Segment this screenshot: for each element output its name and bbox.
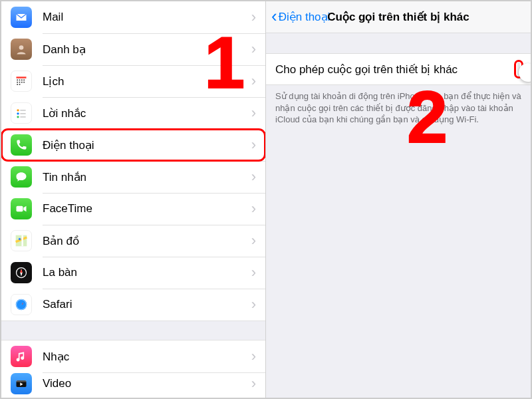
svg-point-19 [19,238,21,240]
row-label: Nhạc [43,350,251,364]
row-label: Điện thoại [43,138,251,152]
phone-icon [11,134,32,156]
settings-row-video[interactable]: Video › [1,372,265,395]
facetime-icon [11,198,32,219]
allow-calls-cell: Cho phép cuộc gọi trên thiết bị khác [266,53,531,85]
row-label: FaceTime [43,202,251,215]
video-icon [11,373,32,394]
chevron-right-icon: › [251,296,256,313]
settings-row-reminders[interactable]: Lời nhắc › [1,97,265,129]
section-divider [1,321,265,340]
svg-rect-2 [17,80,18,81]
back-button[interactable]: ‹ Điện thoại [271,9,330,26]
svg-rect-15 [20,113,25,114]
svg-rect-4 [21,80,23,81]
row-label: Video [43,377,251,390]
svg-rect-5 [23,80,25,81]
mail-icon [11,7,32,28]
settings-list: Mail › Danh bạ › Lịch › [1,1,265,395]
svg-rect-17 [20,116,25,118]
settings-row-safari[interactable]: Safari › [1,289,265,321]
chevron-right-icon: › [251,375,256,392]
settings-row-maps[interactable]: Bản đồ › [1,225,265,257]
settings-row-facetime[interactable]: FaceTime › [1,193,265,225]
svg-rect-11 [19,84,21,85]
allow-calls-toggle[interactable] [517,62,520,76]
settings-row-music[interactable]: Nhạc › [1,340,265,372]
settings-row-compass[interactable]: La bàn › [1,257,265,289]
row-label: Bản đồ [43,234,251,248]
svg-point-0 [19,45,24,50]
row-label: Danh bạ [43,43,251,57]
svg-point-12 [17,109,19,111]
chevron-right-icon: › [251,232,256,249]
back-label: Điện thoại [279,10,331,24]
settings-row-phone[interactable]: Điện thoại › [1,129,265,161]
chevron-right-icon: › [251,168,256,186]
svg-rect-18 [17,206,23,211]
svg-point-16 [17,116,19,118]
svg-rect-8 [21,82,23,83]
settings-row-contacts[interactable]: Danh bạ › [1,33,265,65]
toggle-highlight [516,62,521,76]
chevron-right-icon: › [251,136,256,154]
svg-rect-3 [19,80,21,81]
chevron-right-icon: › [251,72,256,90]
svg-rect-9 [23,82,25,83]
row-label: Lịch [43,74,251,88]
maps-icon [11,230,32,251]
svg-rect-7 [19,82,21,83]
svg-rect-24 [17,380,27,382]
music-icon [11,346,32,367]
group-footer-text: Sử dụng tài khoản di động trên iPhone củ… [266,85,531,126]
row-label: Mail [43,11,251,24]
detail-pane: ‹ Điện thoại Cuộc gọi trên thiết bị khác… [266,1,531,398]
svg-point-21 [16,299,27,311]
svg-rect-13 [20,110,25,111]
svg-rect-6 [17,82,18,83]
chevron-left-icon: ‹ [271,7,277,25]
calendar-icon [11,70,32,92]
settings-row-calendar[interactable]: Lịch › [1,65,265,97]
chevron-right-icon: › [251,348,256,365]
settings-row-mail[interactable]: Mail › [1,1,265,33]
row-label: Lời nhắc [43,106,251,120]
row-label: Safari [43,298,251,311]
chevron-right-icon: › [251,200,256,217]
settings-group: Cho phép cuộc gọi trên thiết bị khác Sử … [266,53,531,126]
chevron-right-icon: › [251,104,256,122]
compass-icon [11,262,32,283]
settings-list-pane: Mail › Danh bạ › Lịch › [1,1,266,398]
messages-icon [11,166,32,188]
row-label: Tin nhắn [43,170,251,184]
nav-bar: ‹ Điện thoại Cuộc gọi trên thiết bị khác [266,1,531,33]
chevron-right-icon: › [251,9,256,26]
safari-icon [11,294,32,315]
contacts-icon [11,39,32,60]
chevron-right-icon: › [251,264,256,281]
toggle-label: Cho phép cuộc gọi trên thiết bị khác [275,63,458,76]
reminders-icon [11,102,32,124]
row-label: La bàn [43,266,251,279]
settings-row-messages[interactable]: Tin nhắn › [1,161,265,193]
svg-rect-1 [17,76,27,78]
svg-point-14 [17,112,19,114]
svg-rect-10 [17,84,18,85]
chevron-right-icon: › [251,41,256,58]
